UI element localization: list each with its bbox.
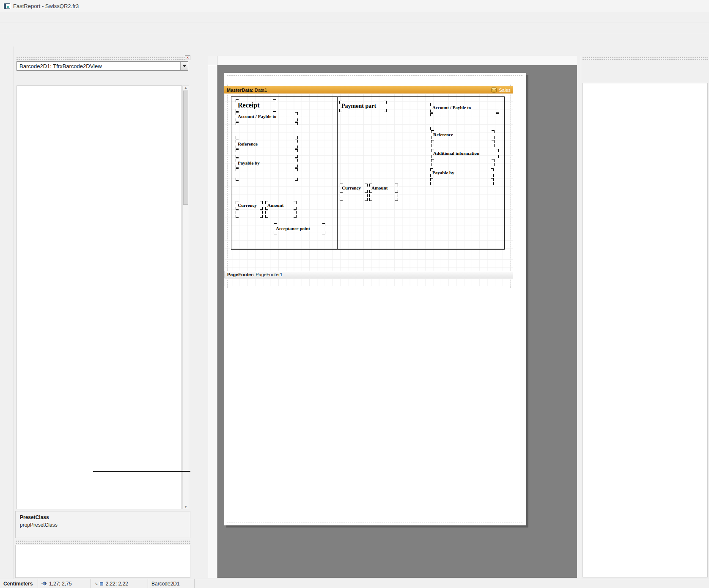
format-toolbar xyxy=(0,34,709,47)
memo-empty[interactable] xyxy=(431,140,495,147)
status-bar: Centimeters 1,27; 2,75 ↘ 2,22; 2,22 Barc… xyxy=(0,579,709,588)
menu-bar xyxy=(0,12,709,22)
property-grid xyxy=(16,85,182,509)
title-bar: FastReport - SwissQR2.fr3 xyxy=(0,0,709,12)
status-object-name: Barcode2D1 xyxy=(148,579,195,588)
dock-close-icon[interactable]: ✕ xyxy=(185,55,190,60)
memo-empty[interactable] xyxy=(430,113,499,130)
hint-text: propPresetClass xyxy=(20,522,186,528)
memo-empty[interactable] xyxy=(340,194,368,201)
design-canvas[interactable]: MasterData Data1 Sales Receipt Account /… xyxy=(217,65,577,578)
object-selector-dropdown-icon[interactable] xyxy=(180,62,188,70)
memo-payment-part-title[interactable]: Payment part xyxy=(339,101,387,112)
inspector-scrollbar[interactable]: ▲▼ xyxy=(182,85,189,509)
memo-empty[interactable] xyxy=(265,211,297,218)
memo-empty[interactable] xyxy=(236,122,298,139)
band-pagefooter-header[interactable]: PageFooter PageFooter1 xyxy=(224,271,513,278)
panel-splitter[interactable] xyxy=(15,540,190,544)
object-toolbar xyxy=(0,47,14,579)
data-panel xyxy=(581,56,709,579)
ruler-corner xyxy=(208,56,217,65)
band-masterdata-header[interactable]: MasterData Data1 Sales xyxy=(224,86,513,93)
window-title: FastReport - SwissQR2.fr3 xyxy=(13,3,79,9)
memo-acceptance-point[interactable]: Acceptance point xyxy=(274,223,325,234)
object-inspector: Barcode2D1: TfrxBarcode2DView ▲▼ xyxy=(15,56,190,509)
qr-bill-divider xyxy=(337,96,338,250)
property-hint-panel: PresetClass propPresetClass xyxy=(15,511,190,538)
memo-currency-left[interactable]: Currency xyxy=(236,201,263,210)
data-panel-toolbar xyxy=(583,71,707,82)
memo-empty[interactable] xyxy=(236,168,298,181)
memo-amount-left[interactable]: Amount xyxy=(265,201,297,210)
standard-toolbar xyxy=(0,22,709,34)
dataset-icon xyxy=(491,88,497,93)
memo-reference-right[interactable]: Reference xyxy=(431,130,495,139)
band-pagefooter-body[interactable] xyxy=(224,278,513,286)
memo-empty[interactable] xyxy=(430,178,494,185)
size-icon: ↘ xyxy=(94,581,98,586)
status-units: Centimeters xyxy=(0,579,38,588)
report-object-tree xyxy=(15,545,190,578)
object-selector-combo[interactable]: Barcode2D1: TfrxBarcode2DView xyxy=(16,61,188,71)
memo-currency-mid[interactable]: Currency xyxy=(340,184,368,193)
data-panel-grip[interactable] xyxy=(582,56,708,60)
inspector-tabs xyxy=(16,75,188,85)
memo-account-payable-right[interactable]: Account / Payble to xyxy=(430,103,499,113)
vertical-ruler xyxy=(208,65,217,578)
fastreport-window: FastReport - SwissQR2.fr3 Barcode2D1: Tf… xyxy=(0,0,709,588)
memo-empty[interactable] xyxy=(236,211,263,218)
memo-payable-right[interactable]: Payable by xyxy=(430,168,494,177)
memo-empty[interactable] xyxy=(369,194,398,201)
data-tree xyxy=(583,83,708,577)
report-page[interactable]: MasterData Data1 Sales Receipt Account /… xyxy=(224,73,526,525)
horizontal-ruler xyxy=(217,56,577,65)
object-selector-value: Barcode2D1: TfrxBarcode2DView xyxy=(19,63,102,69)
memo-account-payable-left[interactable]: Account / Payble to xyxy=(236,112,298,121)
status-position: 1,27; 2,75 xyxy=(38,579,91,588)
memo-reference-left[interactable]: Reference xyxy=(236,140,298,148)
band-dataset-badge: Sales xyxy=(491,88,511,93)
memo-empty[interactable] xyxy=(236,149,298,158)
barcode2d-qr-object[interactable] xyxy=(348,136,384,173)
memo-additional-info-right[interactable]: Additional information xyxy=(431,149,499,158)
data-panel-tabs xyxy=(584,60,707,70)
hint-title: PresetClass xyxy=(20,514,49,520)
app-icon xyxy=(4,3,10,9)
inspector-grip[interactable] xyxy=(16,56,190,60)
page-tab-bar xyxy=(14,47,709,56)
memo-amount-mid[interactable]: Amount xyxy=(369,184,398,193)
memo-receipt-title[interactable]: Receipt xyxy=(236,99,276,112)
margin-guide-top xyxy=(227,75,522,76)
presetclass-dropdown-list xyxy=(93,471,190,472)
status-size: ↘ 2,22; 2,22 xyxy=(91,579,148,588)
memo-payable-left[interactable]: Payable by xyxy=(236,159,298,168)
memo-empty[interactable] xyxy=(431,159,495,166)
margin-guide-bottom xyxy=(227,522,522,522)
position-icon xyxy=(41,581,47,586)
